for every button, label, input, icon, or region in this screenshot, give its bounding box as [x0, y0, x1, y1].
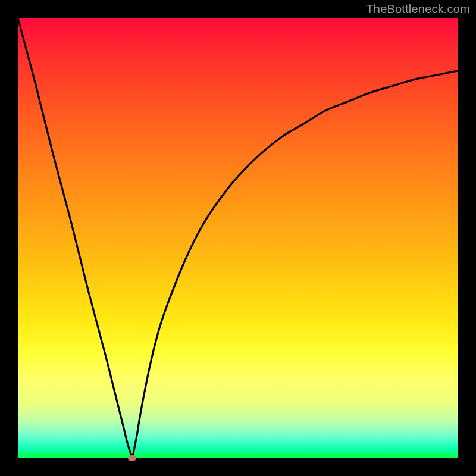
- curve-layer: [18, 18, 458, 458]
- plot-area: [18, 18, 458, 458]
- chart-frame: TheBottleneck.com: [0, 0, 476, 476]
- watermark-text: TheBottleneck.com: [366, 2, 470, 16]
- curve-right-branch: [132, 71, 458, 458]
- minimum-marker: [128, 455, 136, 461]
- curve-left-branch: [18, 18, 132, 458]
